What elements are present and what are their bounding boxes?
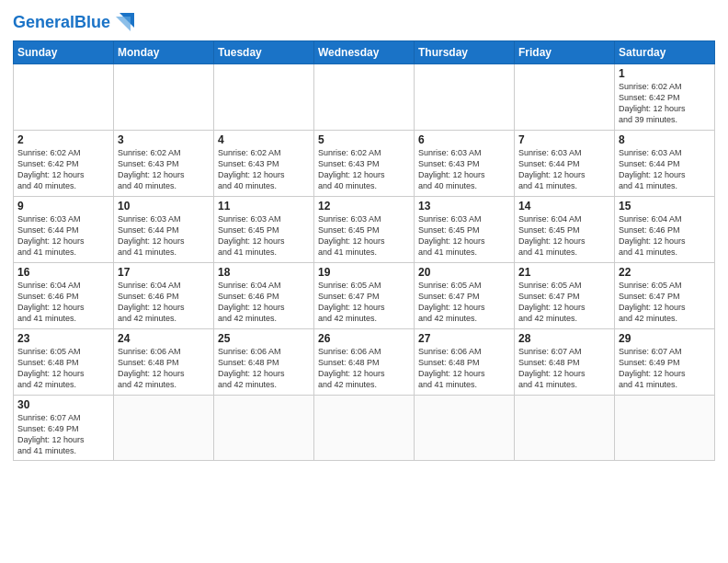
calendar-cell: 19Sunrise: 6:05 AM Sunset: 6:47 PM Dayli… — [314, 263, 415, 329]
day-number: 5 — [318, 133, 410, 146]
calendar-cell: 12Sunrise: 6:03 AM Sunset: 6:45 PM Dayli… — [314, 197, 415, 263]
day-info: Sunrise: 6:03 AM Sunset: 6:43 PM Dayligh… — [418, 147, 510, 192]
calendar-cell — [515, 64, 615, 131]
day-info: Sunrise: 6:04 AM Sunset: 6:45 PM Dayligh… — [518, 213, 610, 259]
day-number: 9 — [17, 200, 109, 213]
calendar-body: 1Sunrise: 6:02 AM Sunset: 6:42 PM Daylig… — [14, 64, 715, 461]
calendar-cell — [214, 64, 314, 131]
calendar-cell: 4Sunrise: 6:02 AM Sunset: 6:43 PM Daylig… — [214, 131, 314, 197]
calendar-cell: 1Sunrise: 6:02 AM Sunset: 6:42 PM Daylig… — [615, 64, 715, 131]
day-number: 17 — [118, 266, 210, 279]
day-number: 6 — [418, 133, 510, 146]
calendar-cell — [615, 396, 715, 461]
calendar-cell: 22Sunrise: 6:05 AM Sunset: 6:47 PM Dayli… — [615, 263, 715, 329]
day-info: Sunrise: 6:03 AM Sunset: 6:45 PM Dayligh… — [318, 213, 410, 259]
calendar-cell: 28Sunrise: 6:07 AM Sunset: 6:48 PM Dayli… — [515, 329, 615, 396]
day-info: Sunrise: 6:06 AM Sunset: 6:48 PM Dayligh… — [218, 346, 310, 391]
calendar-cell: 15Sunrise: 6:04 AM Sunset: 6:46 PM Dayli… — [615, 197, 715, 263]
day-info: Sunrise: 6:05 AM Sunset: 6:47 PM Dayligh… — [619, 280, 711, 325]
weekday-header-tuesday: Tuesday — [214, 41, 314, 64]
calendar-cell: 18Sunrise: 6:04 AM Sunset: 6:46 PM Dayli… — [214, 263, 314, 329]
calendar-cell: 30Sunrise: 6:07 AM Sunset: 6:49 PM Dayli… — [14, 396, 114, 461]
day-number: 4 — [218, 133, 310, 146]
day-number: 1 — [619, 67, 711, 80]
day-info: Sunrise: 6:02 AM Sunset: 6:42 PM Dayligh… — [17, 147, 109, 192]
day-info: Sunrise: 6:03 AM Sunset: 6:45 PM Dayligh… — [418, 213, 510, 259]
day-info: Sunrise: 6:06 AM Sunset: 6:48 PM Dayligh… — [118, 346, 210, 391]
calendar-cell: 16Sunrise: 6:04 AM Sunset: 6:46 PM Dayli… — [14, 263, 114, 329]
day-info: Sunrise: 6:05 AM Sunset: 6:47 PM Dayligh… — [518, 280, 610, 325]
day-number: 25 — [218, 332, 310, 345]
day-number: 7 — [518, 133, 610, 146]
calendar-cell: 14Sunrise: 6:04 AM Sunset: 6:45 PM Dayli… — [515, 197, 615, 263]
day-info: Sunrise: 6:02 AM Sunset: 6:43 PM Dayligh… — [118, 147, 210, 192]
calendar-cell: 6Sunrise: 6:03 AM Sunset: 6:43 PM Daylig… — [415, 131, 515, 197]
weekday-header-friday: Friday — [515, 41, 615, 64]
day-number: 28 — [518, 332, 610, 345]
week-row: 2Sunrise: 6:02 AM Sunset: 6:42 PM Daylig… — [14, 131, 715, 197]
calendar-cell: 3Sunrise: 6:02 AM Sunset: 6:43 PM Daylig… — [114, 131, 214, 197]
week-row: 30Sunrise: 6:07 AM Sunset: 6:49 PM Dayli… — [14, 396, 715, 461]
day-info: Sunrise: 6:07 AM Sunset: 6:49 PM Dayligh… — [17, 412, 109, 457]
day-info: Sunrise: 6:05 AM Sunset: 6:48 PM Dayligh… — [17, 346, 109, 391]
day-info: Sunrise: 6:03 AM Sunset: 6:44 PM Dayligh… — [17, 213, 109, 259]
day-number: 27 — [418, 332, 510, 345]
day-info: Sunrise: 6:07 AM Sunset: 6:48 PM Dayligh… — [518, 346, 610, 391]
logo: GeneralBlue — [13, 9, 138, 35]
day-info: Sunrise: 6:04 AM Sunset: 6:46 PM Dayligh… — [17, 280, 109, 325]
week-row: 9Sunrise: 6:03 AM Sunset: 6:44 PM Daylig… — [14, 197, 715, 263]
logo-general: General — [13, 13, 74, 31]
day-info: Sunrise: 6:03 AM Sunset: 6:44 PM Dayligh… — [518, 147, 610, 192]
calendar-cell — [214, 396, 314, 461]
weekday-header-saturday: Saturday — [615, 41, 715, 64]
day-info: Sunrise: 6:07 AM Sunset: 6:49 PM Dayligh… — [619, 346, 711, 391]
day-number: 16 — [17, 266, 109, 279]
calendar-cell — [415, 396, 515, 461]
logo-blue: Blue — [74, 13, 110, 31]
day-number: 12 — [318, 200, 410, 213]
weekday-header-wednesday: Wednesday — [314, 41, 415, 64]
day-info: Sunrise: 6:02 AM Sunset: 6:43 PM Dayligh… — [318, 147, 410, 192]
calendar-cell: 26Sunrise: 6:06 AM Sunset: 6:48 PM Dayli… — [314, 329, 415, 396]
day-number: 24 — [118, 332, 210, 345]
day-number: 3 — [118, 133, 210, 146]
day-number: 19 — [318, 266, 410, 279]
calendar-header: SundayMondayTuesdayWednesdayThursdayFrid… — [14, 41, 715, 64]
calendar-cell: 17Sunrise: 6:04 AM Sunset: 6:46 PM Dayli… — [114, 263, 214, 329]
calendar-cell — [314, 396, 415, 461]
svg-marker-1 — [116, 17, 131, 31]
day-info: Sunrise: 6:02 AM Sunset: 6:42 PM Dayligh… — [619, 81, 711, 126]
calendar-cell: 7Sunrise: 6:03 AM Sunset: 6:44 PM Daylig… — [515, 131, 615, 197]
day-number: 8 — [619, 133, 711, 146]
day-info: Sunrise: 6:03 AM Sunset: 6:44 PM Dayligh… — [118, 213, 210, 259]
week-row: 23Sunrise: 6:05 AM Sunset: 6:48 PM Dayli… — [14, 329, 715, 396]
calendar-cell: 24Sunrise: 6:06 AM Sunset: 6:48 PM Dayli… — [114, 329, 214, 396]
calendar-cell: 25Sunrise: 6:06 AM Sunset: 6:48 PM Dayli… — [214, 329, 314, 396]
calendar-cell: 27Sunrise: 6:06 AM Sunset: 6:48 PM Dayli… — [415, 329, 515, 396]
weekday-header-monday: Monday — [114, 41, 214, 64]
calendar-cell: 8Sunrise: 6:03 AM Sunset: 6:44 PM Daylig… — [615, 131, 715, 197]
calendar-cell: 10Sunrise: 6:03 AM Sunset: 6:44 PM Dayli… — [114, 197, 214, 263]
calendar-cell — [415, 64, 515, 131]
day-info: Sunrise: 6:05 AM Sunset: 6:47 PM Dayligh… — [318, 280, 410, 325]
calendar-cell — [114, 396, 214, 461]
day-number: 2 — [17, 133, 109, 146]
day-info: Sunrise: 6:03 AM Sunset: 6:44 PM Dayligh… — [619, 147, 711, 192]
day-number: 10 — [118, 200, 210, 213]
header: GeneralBlue — [13, 9, 715, 35]
day-info: Sunrise: 6:03 AM Sunset: 6:45 PM Dayligh… — [218, 213, 310, 259]
weekday-row: SundayMondayTuesdayWednesdayThursdayFrid… — [14, 41, 715, 64]
calendar-cell: 29Sunrise: 6:07 AM Sunset: 6:49 PM Dayli… — [615, 329, 715, 396]
day-info: Sunrise: 6:04 AM Sunset: 6:46 PM Dayligh… — [118, 280, 210, 325]
day-number: 26 — [318, 332, 410, 345]
weekday-header-thursday: Thursday — [415, 41, 515, 64]
logo-text: GeneralBlue — [13, 14, 110, 30]
calendar-cell: 2Sunrise: 6:02 AM Sunset: 6:42 PM Daylig… — [14, 131, 114, 197]
day-info: Sunrise: 6:05 AM Sunset: 6:47 PM Dayligh… — [418, 280, 510, 325]
day-number: 22 — [619, 266, 711, 279]
day-number: 13 — [418, 200, 510, 213]
logo-icon — [112, 9, 138, 35]
day-number: 18 — [218, 266, 310, 279]
calendar-table: SundayMondayTuesdayWednesdayThursdayFrid… — [13, 40, 715, 461]
weekday-header-sunday: Sunday — [14, 41, 114, 64]
